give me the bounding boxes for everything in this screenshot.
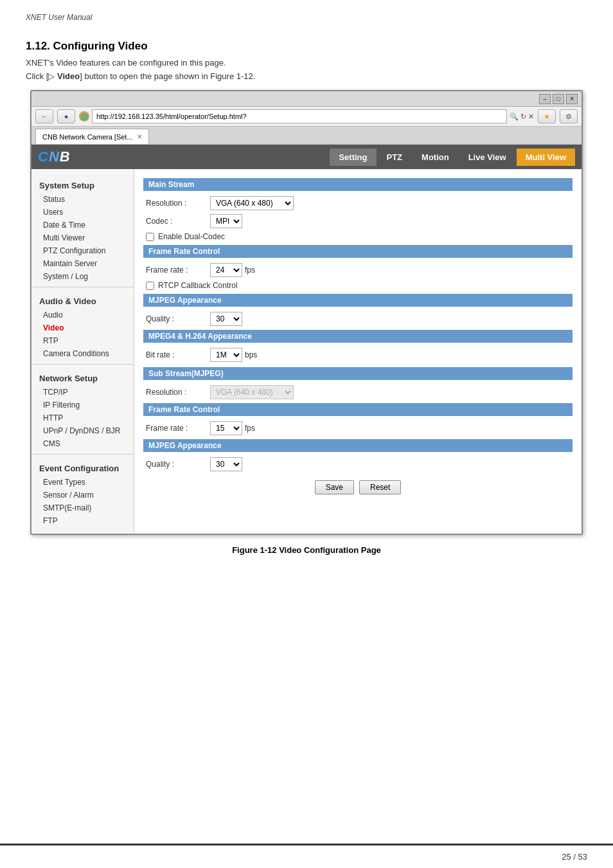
sidebar-item-system-log[interactable]: System / Log <box>31 270 134 283</box>
sub-quality-select[interactable]: 30 50 70 100 <box>210 457 242 471</box>
frame-rate-unit: fps <box>245 266 255 275</box>
enable-dual-codec-checkbox[interactable] <box>146 233 154 241</box>
favorites-button[interactable]: ★ <box>538 109 556 123</box>
restore-button[interactable]: □ <box>553 94 564 104</box>
cnb-logo: CNB <box>38 149 71 165</box>
sub-frame-rate-unit: fps <box>245 424 255 433</box>
sidebar-divider-3 <box>31 454 134 455</box>
sidebar-item-video[interactable]: Video <box>31 321 134 334</box>
sidebar: System Setup Status Users Date & Time Mu… <box>31 169 134 534</box>
main-stream-header: Main Stream <box>143 178 573 191</box>
browser-toolbar: ← ● 🌐 🔍 ↻ ✕ ★ ⚙ <box>31 107 582 127</box>
main-stream-section: Main Stream Resolution : VGA (640 x 480)… <box>143 178 573 362</box>
mjpeg-appearance-header: MJPEG Appearance <box>143 294 573 307</box>
back-button[interactable]: ← <box>35 109 53 123</box>
bitrate-select[interactable]: 1M 2M 512K <box>210 348 242 362</box>
nav-tab-liveview[interactable]: Live View <box>459 149 515 166</box>
tab-label: CNB Network Camera [Set... <box>42 133 133 141</box>
sub-resolution-control: VGA (640 x 480) <box>210 385 294 399</box>
nav-tab-motion[interactable]: Motion <box>413 149 458 166</box>
sub-frame-rate-label: Frame rate : <box>146 424 210 433</box>
sub-quality-label: Quality : <box>146 460 210 469</box>
sub-frame-rate-select[interactable]: 15 24 30 <box>210 421 242 435</box>
codec-control: MPEG4 H.264 MJPEG <box>210 214 242 228</box>
enable-dual-codec-row: Enable Dual-Codec <box>143 232 573 241</box>
search-icon[interactable]: 🔍 <box>510 113 519 121</box>
section-desc2: Click [▷ Video] button to open the page … <box>26 71 587 81</box>
frame-rate-control: 24 15 30 5 fps <box>210 263 255 277</box>
sub-mjpeg-appearance-header: MJPEG Appearance <box>143 439 573 452</box>
bitrate-row: Bit rate : 1M 2M 512K bps <box>143 348 573 362</box>
quality-select[interactable]: 30 50 70 100 <box>210 312 242 326</box>
frame-rate-select[interactable]: 24 15 30 5 <box>210 263 242 277</box>
minimize-button[interactable]: – <box>539 94 551 104</box>
nav-tab-setting[interactable]: Setting <box>330 149 376 166</box>
sidebar-item-rtp[interactable]: RTP <box>31 334 134 347</box>
bitrate-unit: bps <box>245 350 257 359</box>
sidebar-item-datetime[interactable]: Date & Time <box>31 219 134 231</box>
sidebar-item-event-types[interactable]: Event Types <box>31 476 134 489</box>
resolution-select[interactable]: VGA (640 x 480) QVGA (320 x 240) <box>210 196 294 210</box>
sidebar-item-cms[interactable]: CMS <box>31 437 134 450</box>
resolution-label: Resolution : <box>146 199 210 208</box>
sidebar-divider-1 <box>31 287 134 287</box>
sidebar-item-upnp[interactable]: UPnP / DynDNS / BJR <box>31 424 134 437</box>
sidebar-divider-2 <box>31 364 134 365</box>
nav-tab-multiview[interactable]: Multi View <box>517 149 575 166</box>
sidebar-item-ptz-config[interactable]: PTZ Configuration <box>31 244 134 257</box>
quality-row: Quality : 30 50 70 100 <box>143 312 573 326</box>
camera-ui: CNB Setting PTZ Motion Live View Multi V… <box>31 145 582 534</box>
save-button[interactable]: Save <box>315 480 354 494</box>
page-number: 25 / 53 <box>562 852 587 862</box>
sidebar-item-ftp[interactable]: FTP <box>31 514 134 527</box>
refresh-icon[interactable]: ↻ <box>520 113 526 121</box>
rtcp-callback-label: RTCP Callback Control <box>158 281 238 290</box>
tab-bar: CNB Network Camera [Set... ✕ <box>31 127 582 145</box>
address-bar-container: 🌐 🔍 ↻ ✕ <box>79 109 534 123</box>
nav-tab-ptz[interactable]: PTZ <box>378 149 412 166</box>
rtcp-callback-checkbox[interactable] <box>146 282 154 290</box>
enable-dual-codec-label: Enable Dual-Codec <box>158 232 225 241</box>
resolution-control: VGA (640 x 480) QVGA (320 x 240) <box>210 196 294 210</box>
section-desc1: XNET's Video features can be configured … <box>26 58 587 68</box>
camera-body: System Setup Status Users Date & Time Mu… <box>31 169 582 534</box>
address-input[interactable] <box>92 109 507 123</box>
browser-tab[interactable]: CNB Network Camera [Set... ✕ <box>35 129 149 144</box>
sidebar-item-smtp[interactable]: SMTP(E-mail) <box>31 502 134 514</box>
frame-rate-control-header: Frame Rate Control <box>143 245 573 258</box>
sidebar-item-http[interactable]: HTTP <box>31 411 134 424</box>
sidebar-item-maintain-server[interactable]: Maintain Server <box>31 257 134 270</box>
sub-resolution-label: Resolution : <box>146 388 210 397</box>
codec-row: Codec : MPEG4 H.264 MJPEG <box>143 214 573 228</box>
address-icons: 🔍 ↻ ✕ <box>510 113 534 121</box>
sidebar-item-status[interactable]: Status <box>31 193 134 206</box>
nav-tabs: Setting PTZ Motion Live View Multi View <box>330 149 575 166</box>
sidebar-item-camera-conditions[interactable]: Camera Conditions <box>31 347 134 360</box>
sidebar-item-ip-filtering[interactable]: IP Filtering <box>31 399 134 411</box>
sub-quality-row: Quality : 30 50 70 100 <box>143 457 573 471</box>
sidebar-item-users[interactable]: Users <box>31 206 134 219</box>
settings-button[interactable]: ⚙ <box>560 109 578 123</box>
sidebar-item-audio[interactable]: Audio <box>31 309 134 321</box>
sidebar-item-sensor-alarm[interactable]: Sensor / Alarm <box>31 489 134 502</box>
close-nav-icon[interactable]: ✕ <box>528 113 534 121</box>
sidebar-item-multiviewer[interactable]: Multi Viewer <box>31 231 134 244</box>
sidebar-item-tcpip[interactable]: TCP/IP <box>31 386 134 399</box>
sub-resolution-select[interactable]: VGA (640 x 480) <box>210 385 294 399</box>
sidebar-group-audio-video: Audio & Video <box>31 291 134 309</box>
tab-close-icon[interactable]: ✕ <box>137 133 142 140</box>
doc-header: XNET User Manual <box>26 13 587 27</box>
browser-window: – □ ✕ ← ● 🌐 🔍 ↻ ✕ ★ ⚙ <box>30 90 583 535</box>
forward-button[interactable]: ● <box>57 109 75 123</box>
section-title: 1.12. Configuring Video <box>26 40 587 53</box>
page-icon: 🌐 <box>79 111 89 122</box>
sidebar-group-system-setup: System Setup <box>31 176 134 193</box>
reset-button[interactable]: Reset <box>359 480 401 494</box>
resolution-row: Resolution : VGA (640 x 480) QVGA (320 x… <box>143 196 573 210</box>
bitrate-control: 1M 2M 512K bps <box>210 348 257 362</box>
browser-titlebar: – □ ✕ <box>31 91 582 107</box>
sidebar-group-event-config: Event Configuration <box>31 458 134 476</box>
quality-label: Quality : <box>146 314 210 323</box>
close-button[interactable]: ✕ <box>566 94 578 104</box>
codec-select[interactable]: MPEG4 H.264 MJPEG <box>210 214 242 228</box>
